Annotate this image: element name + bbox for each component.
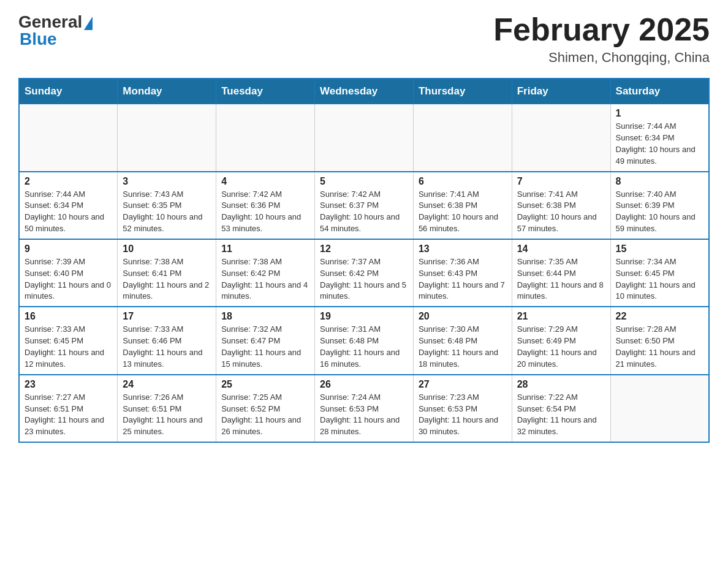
calendar-cell: [118, 104, 216, 172]
day-number: 23: [25, 379, 112, 390]
day-info: Sunrise: 7:37 AMSunset: 6:42 PMDaylight:…: [320, 256, 408, 302]
day-info: Sunrise: 7:44 AMSunset: 6:34 PMDaylight:…: [25, 189, 112, 235]
day-info: Sunrise: 7:38 AMSunset: 6:41 PMDaylight:…: [123, 256, 211, 302]
day-number: 16: [25, 311, 112, 322]
day-info: Sunrise: 7:42 AMSunset: 6:37 PMDaylight:…: [320, 189, 408, 235]
day-info: Sunrise: 7:38 AMSunset: 6:42 PMDaylight:…: [221, 256, 309, 302]
day-info: Sunrise: 7:31 AMSunset: 6:48 PMDaylight:…: [320, 324, 408, 370]
calendar-cell: 12Sunrise: 7:37 AMSunset: 6:42 PMDayligh…: [315, 239, 414, 307]
day-number: 22: [616, 311, 703, 322]
location-subtitle: Shimen, Chongqing, China: [493, 50, 710, 66]
calendar-cell: 15Sunrise: 7:34 AMSunset: 6:45 PMDayligh…: [610, 239, 709, 307]
day-number: 11: [221, 243, 309, 255]
day-info: Sunrise: 7:43 AMSunset: 6:35 PMDaylight:…: [123, 189, 211, 235]
calendar-cell: 8Sunrise: 7:40 AMSunset: 6:39 PMDaylight…: [610, 172, 709, 239]
day-number: 2: [25, 176, 112, 187]
calendar-cell: 4Sunrise: 7:42 AMSunset: 6:36 PMDaylight…: [216, 172, 315, 239]
day-number: 21: [517, 311, 605, 322]
day-info: Sunrise: 7:30 AMSunset: 6:48 PMDaylight:…: [419, 324, 507, 370]
calendar-cell: [216, 104, 315, 172]
calendar-cell: 10Sunrise: 7:38 AMSunset: 6:41 PMDayligh…: [118, 239, 216, 307]
calendar-cell: [19, 104, 118, 172]
calendar-cell: 14Sunrise: 7:35 AMSunset: 6:44 PMDayligh…: [512, 239, 610, 307]
calendar-week-row: 2Sunrise: 7:44 AMSunset: 6:34 PMDaylight…: [19, 172, 709, 239]
day-info: Sunrise: 7:26 AMSunset: 6:51 PMDaylight:…: [123, 392, 211, 438]
day-info: Sunrise: 7:39 AMSunset: 6:40 PMDaylight:…: [25, 256, 112, 302]
day-number: 9: [25, 243, 112, 255]
calendar-cell: [413, 104, 512, 172]
logo-blue-text: Blue: [20, 29, 57, 49]
day-info: Sunrise: 7:35 AMSunset: 6:44 PMDaylight:…: [517, 256, 605, 302]
calendar-cell: 22Sunrise: 7:28 AMSunset: 6:50 PMDayligh…: [610, 307, 709, 374]
calendar-cell: 24Sunrise: 7:26 AMSunset: 6:51 PMDayligh…: [118, 375, 216, 442]
day-info: Sunrise: 7:41 AMSunset: 6:38 PMDaylight:…: [419, 189, 507, 235]
logo: General Blue: [18, 12, 93, 49]
day-number: 19: [320, 311, 408, 322]
calendar-cell: 21Sunrise: 7:29 AMSunset: 6:49 PMDayligh…: [512, 307, 610, 374]
day-info: Sunrise: 7:42 AMSunset: 6:36 PMDaylight:…: [221, 189, 309, 235]
calendar-cell: 11Sunrise: 7:38 AMSunset: 6:42 PMDayligh…: [216, 239, 315, 307]
day-info: Sunrise: 7:34 AMSunset: 6:45 PMDaylight:…: [616, 256, 703, 302]
day-info: Sunrise: 7:32 AMSunset: 6:47 PMDaylight:…: [221, 324, 309, 370]
day-info: Sunrise: 7:33 AMSunset: 6:46 PMDaylight:…: [123, 324, 211, 370]
calendar-week-row: 1Sunrise: 7:44 AMSunset: 6:34 PMDaylight…: [19, 104, 709, 172]
day-info: Sunrise: 7:29 AMSunset: 6:49 PMDaylight:…: [517, 324, 605, 370]
day-number: 12: [320, 243, 408, 255]
calendar-cell: 1Sunrise: 7:44 AMSunset: 6:34 PMDaylight…: [610, 104, 709, 172]
calendar-cell: 16Sunrise: 7:33 AMSunset: 6:45 PMDayligh…: [19, 307, 118, 374]
calendar-cell: 27Sunrise: 7:23 AMSunset: 6:53 PMDayligh…: [413, 375, 512, 442]
calendar-week-row: 9Sunrise: 7:39 AMSunset: 6:40 PMDaylight…: [19, 239, 709, 307]
calendar-cell: [315, 104, 414, 172]
calendar-cell: 3Sunrise: 7:43 AMSunset: 6:35 PMDaylight…: [118, 172, 216, 239]
weekday-header-sunday: Sunday: [19, 79, 118, 104]
day-info: Sunrise: 7:22 AMSunset: 6:54 PMDaylight:…: [517, 392, 605, 438]
day-number: 7: [517, 176, 605, 187]
calendar-cell: 13Sunrise: 7:36 AMSunset: 6:43 PMDayligh…: [413, 239, 512, 307]
calendar-cell: [610, 375, 709, 442]
weekday-header-monday: Monday: [118, 79, 216, 104]
day-info: Sunrise: 7:28 AMSunset: 6:50 PMDaylight:…: [616, 324, 703, 370]
weekday-header-wednesday: Wednesday: [315, 79, 414, 104]
day-info: Sunrise: 7:40 AMSunset: 6:39 PMDaylight:…: [616, 189, 703, 235]
day-number: 15: [616, 243, 703, 255]
calendar-cell: 25Sunrise: 7:25 AMSunset: 6:52 PMDayligh…: [216, 375, 315, 442]
calendar-cell: 7Sunrise: 7:41 AMSunset: 6:38 PMDaylight…: [512, 172, 610, 239]
day-info: Sunrise: 7:36 AMSunset: 6:43 PMDaylight:…: [419, 256, 507, 302]
day-number: 10: [123, 243, 211, 255]
calendar-week-row: 23Sunrise: 7:27 AMSunset: 6:51 PMDayligh…: [19, 375, 709, 442]
day-number: 8: [616, 176, 703, 187]
calendar-cell: 18Sunrise: 7:32 AMSunset: 6:47 PMDayligh…: [216, 307, 315, 374]
calendar-cell: 20Sunrise: 7:30 AMSunset: 6:48 PMDayligh…: [413, 307, 512, 374]
calendar-cell: 6Sunrise: 7:41 AMSunset: 6:38 PMDaylight…: [413, 172, 512, 239]
calendar-week-row: 16Sunrise: 7:33 AMSunset: 6:45 PMDayligh…: [19, 307, 709, 374]
day-number: 1: [616, 108, 703, 119]
day-number: 13: [419, 243, 507, 255]
calendar-cell: 26Sunrise: 7:24 AMSunset: 6:53 PMDayligh…: [315, 375, 414, 442]
page-header: General Blue February 2025 Shimen, Chong…: [18, 12, 710, 66]
day-number: 5: [320, 176, 408, 187]
day-info: Sunrise: 7:23 AMSunset: 6:53 PMDaylight:…: [419, 392, 507, 438]
calendar-cell: 2Sunrise: 7:44 AMSunset: 6:34 PMDaylight…: [19, 172, 118, 239]
weekday-header-thursday: Thursday: [413, 79, 512, 104]
day-info: Sunrise: 7:44 AMSunset: 6:34 PMDaylight:…: [616, 121, 703, 167]
day-number: 18: [221, 311, 309, 322]
calendar-cell: 28Sunrise: 7:22 AMSunset: 6:54 PMDayligh…: [512, 375, 610, 442]
calendar-cell: 9Sunrise: 7:39 AMSunset: 6:40 PMDaylight…: [19, 239, 118, 307]
weekday-header-saturday: Saturday: [610, 79, 709, 104]
day-number: 4: [221, 176, 309, 187]
weekday-header-friday: Friday: [512, 79, 610, 104]
day-info: Sunrise: 7:33 AMSunset: 6:45 PMDaylight:…: [25, 324, 112, 370]
weekday-header-row: SundayMondayTuesdayWednesdayThursdayFrid…: [19, 79, 709, 104]
day-number: 6: [419, 176, 507, 187]
day-number: 20: [419, 311, 507, 322]
day-number: 26: [320, 379, 408, 390]
calendar-table: SundayMondayTuesdayWednesdayThursdayFrid…: [18, 78, 710, 443]
calendar-cell: 23Sunrise: 7:27 AMSunset: 6:51 PMDayligh…: [19, 375, 118, 442]
day-number: 24: [123, 379, 211, 390]
day-info: Sunrise: 7:25 AMSunset: 6:52 PMDaylight:…: [221, 392, 309, 438]
day-number: 14: [517, 243, 605, 255]
day-number: 3: [123, 176, 211, 187]
day-number: 17: [123, 311, 211, 322]
month-year-title: February 2025: [493, 12, 710, 47]
day-number: 27: [419, 379, 507, 390]
